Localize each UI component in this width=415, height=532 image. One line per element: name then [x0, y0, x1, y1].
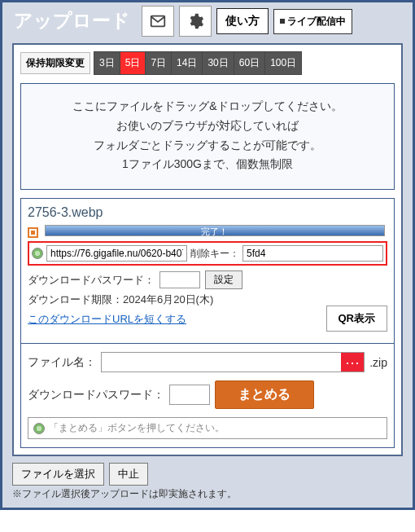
url-row: 削除キー： [28, 241, 387, 266]
globe-icon [32, 248, 43, 259]
bottom-controls: ファイルを選択 中止 [12, 463, 403, 486]
file-section: 2756-3.webp 完了！ 削除キー： ダウンロードパスワード： 設定 ダウ… [20, 198, 395, 448]
uploaded-filename: 2756-3.webp [28, 205, 387, 220]
usage-button[interactable]: 使い方 [216, 8, 269, 34]
filename-menu-button[interactable]: ⋯ [341, 353, 364, 372]
delete-key-label: 削除キー： [190, 247, 239, 261]
retention-segments: 3日5日7日14日30日60日100日 [94, 51, 302, 75]
retention-option-5日[interactable]: 5日 [120, 51, 146, 75]
bundle-filename-input[interactable] [102, 353, 341, 372]
bundle-filename-label: ファイル名： [28, 355, 96, 370]
bundle-hint: 「まとめる」ボタンを押してください。 [49, 421, 225, 435]
main-panel: 保持期限変更 3日5日7日14日30日60日100日 ここにファイルをドラッグ&… [12, 43, 403, 456]
expiry-label: ダウンロード期限： [28, 293, 123, 306]
bundle-button[interactable]: まとめる [215, 380, 314, 409]
dl-password-input[interactable] [159, 271, 200, 288]
dl-password-label: ダウンロードパスワード： [28, 273, 155, 288]
bundle-hint-row: 「まとめる」ボタンを押してください。 [28, 417, 387, 439]
shorten-url-link[interactable]: このダウンロードURLを短くする [28, 312, 186, 327]
select-file-button[interactable]: ファイルを選択 [12, 463, 104, 486]
gear-icon[interactable] [179, 6, 212, 37]
bundle-filename-row: ファイル名： ⋯ .zip [28, 352, 387, 372]
bundle-pw-input[interactable] [169, 385, 210, 405]
qr-display-button[interactable]: QR表示 [326, 306, 388, 332]
retention-option-14日[interactable]: 14日 [171, 51, 202, 75]
cancel-button[interactable]: 中止 [109, 463, 148, 486]
dropzone-line: 1ファイル300Gまで、個数無制限 [29, 155, 386, 174]
expiry-value: 2024年6月20日(木) [123, 293, 213, 306]
retention-option-7日[interactable]: 7日 [145, 51, 171, 75]
bundle-pw-label: ダウンロードパスワード： [28, 388, 164, 402]
retention-change-button[interactable]: 保持期限変更 [20, 52, 90, 74]
upload-container: アップロード 使い方 ライブ配信中 保持期限変更 3日5日7日14日30日60日… [0, 0, 415, 510]
retention-option-3日[interactable]: 3日 [94, 51, 120, 75]
dropzone-line: お使いのブラウザが対応していれば [29, 117, 386, 136]
live-broadcast-button[interactable]: ライブ配信中 [273, 9, 352, 34]
dropzone[interactable]: ここにファイルをドラッグ&ドロップしてください。 お使いのブラウザが対応していれ… [20, 83, 395, 190]
dropzone-line: フォルダごとドラッグすることが可能です。 [29, 136, 386, 156]
retention-option-30日[interactable]: 30日 [202, 51, 233, 75]
mail-icon[interactable] [142, 6, 174, 37]
bundle-password-row: ダウンロードパスワード： まとめる [28, 380, 387, 409]
globe-icon [33, 423, 45, 434]
download-password-row: ダウンロードパスワード： 設定 [28, 270, 387, 289]
page-title: アップロード [7, 7, 137, 37]
delete-key-input[interactable] [242, 245, 383, 262]
header: アップロード 使い方 ライブ配信中 [2, 2, 413, 43]
dropzone-line: ここにファイルをドラッグ&ドロップしてください。 [29, 97, 386, 117]
stop-icon[interactable] [28, 227, 38, 238]
progress-label: 完了！ [201, 226, 228, 237]
retention-option-60日[interactable]: 60日 [234, 51, 264, 75]
retention-bar: 保持期限変更 3日5日7日14日30日60日100日 [20, 51, 395, 75]
retention-option-100日[interactable]: 100日 [264, 51, 302, 75]
footer-note: ※ファイル選択後アップロードは即実施されます。 [12, 487, 403, 501]
bundle-ext: .zip [369, 356, 387, 369]
progress-bar: 完了！ [45, 225, 385, 236]
divider [21, 343, 394, 344]
download-url-input[interactable] [46, 245, 187, 262]
set-password-button[interactable]: 設定 [205, 270, 242, 289]
